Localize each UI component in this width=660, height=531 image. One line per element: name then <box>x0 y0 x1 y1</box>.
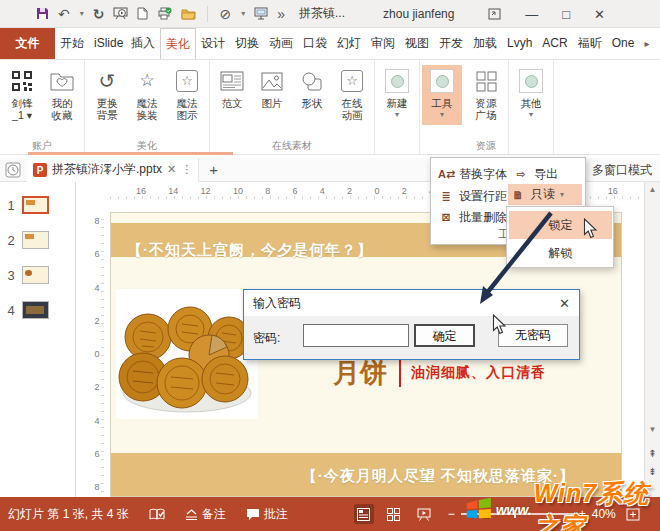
document-tab-menu-icon[interactable]: ⋮ <box>181 163 192 176</box>
ruler-mark: 16 <box>136 186 146 199</box>
close-button[interactable]: ✕ <box>594 7 605 22</box>
slideshow-screen-icon[interactable] <box>254 7 268 20</box>
document-lines-icon <box>220 65 244 97</box>
previous-slide-icon[interactable]: ⇞ <box>645 448 660 459</box>
restore-layout-icon[interactable] <box>488 8 501 20</box>
print-icon[interactable] <box>157 7 172 20</box>
dialog-close-icon[interactable]: ✕ <box>559 296 570 311</box>
spellcheck-button[interactable] <box>149 508 165 521</box>
slide-thumbnail-4[interactable] <box>22 301 49 319</box>
slide-thumb-row-2[interactable]: 2 <box>0 227 76 253</box>
maximize-button[interactable]: □ <box>562 7 570 22</box>
tab-insert[interactable]: 插入 <box>126 28 160 59</box>
slideshow-view-button[interactable] <box>414 504 434 524</box>
multi-window-mode-button[interactable]: 多窗口模式 <box>592 158 652 182</box>
mooncake-image[interactable] <box>116 289 258 419</box>
vertical-ruler: 864202468 <box>90 216 104 492</box>
slide-number: 3 <box>0 268 22 283</box>
tab-developer[interactable]: 开发 <box>434 28 468 59</box>
more-commands-icon[interactable]: » <box>277 7 285 21</box>
tab-beautify[interactable]: 美化 <box>160 28 196 59</box>
tab-file[interactable]: 文件 <box>0 28 55 59</box>
tab-onenote[interactable]: One <box>607 28 640 59</box>
normal-view-button[interactable] <box>354 504 374 524</box>
zoom-out-icon[interactable]: − <box>448 507 455 521</box>
tab-view[interactable]: 视图 <box>400 28 434 59</box>
menu-item-batch-delete[interactable]: ⊠ 批量删除 <box>436 207 509 228</box>
slide-thumbnail-2[interactable] <box>22 231 49 249</box>
tools-button[interactable]: 工具 ▾ <box>422 65 462 125</box>
undo-icon[interactable]: ↶ <box>58 7 70 21</box>
slide-thumb-row-4[interactable]: 4 <box>0 297 76 323</box>
zoom-level[interactable]: 40% <box>592 507 620 521</box>
template-text-button[interactable]: 范文 <box>212 65 252 109</box>
tab-acrobat[interactable]: ACR <box>537 28 572 59</box>
undo-caret-icon[interactable]: ▾ <box>80 9 84 18</box>
account-button[interactable]: 剑锋 _1 ▾ <box>2 65 42 121</box>
password-input[interactable] <box>303 324 409 347</box>
menu-item-replace-font[interactable]: A⇄ 替换字体 <box>436 164 509 185</box>
tab-foxit[interactable]: 福昕 <box>573 28 607 59</box>
next-slide-icon[interactable]: ⇟ <box>645 466 660 477</box>
comments-button[interactable]: 批注 <box>246 506 288 523</box>
tab-overflow-icon[interactable]: ▸ <box>639 28 654 59</box>
titlebar-username[interactable]: zhou jianfeng <box>383 7 454 21</box>
tab-review[interactable]: 审阅 <box>366 28 400 59</box>
vertical-scrollbar[interactable]: ▲ ▼ ⇞ ⇟ <box>644 182 660 497</box>
picture-button[interactable]: 图片 <box>252 65 292 109</box>
shapes-button[interactable]: 形状 <box>292 65 332 109</box>
tab-islide[interactable]: iSlide <box>89 28 126 59</box>
ok-button[interactable]: 确定 <box>414 324 475 347</box>
new-document-tab-icon[interactable]: + <box>209 161 218 178</box>
new-button[interactable]: 新建 ▾ <box>377 65 417 121</box>
dialog-titlebar[interactable]: 输入密码 ✕ <box>244 290 579 316</box>
magic-outfit-button[interactable]: ☆ 魔法 换装 <box>127 65 167 121</box>
notes-button[interactable]: 备注 <box>185 506 226 523</box>
tab-slideshow[interactable]: 幻灯 <box>332 28 366 59</box>
slide-sorter-view-button[interactable] <box>384 504 404 524</box>
zoom-in-icon[interactable]: + <box>579 507 586 521</box>
change-background-button[interactable]: ↺ 更换 背景 <box>87 65 127 121</box>
scroll-up-icon[interactable]: ▲ <box>645 185 660 194</box>
scroll-down-icon[interactable]: ▼ <box>645 425 660 434</box>
tab-lvyh[interactable]: Lvyh <box>502 28 537 59</box>
tab-animation[interactable]: 动画 <box>264 28 298 59</box>
new-document-icon[interactable] <box>137 7 148 20</box>
open-folder-icon[interactable] <box>181 8 196 20</box>
zoom-slider[interactable] <box>461 513 573 515</box>
save-icon[interactable] <box>36 7 49 20</box>
online-animation-button[interactable]: ☆ 在线 动画 <box>332 65 372 121</box>
submenu-item-unlock[interactable]: 解锁 <box>509 241 612 265</box>
slide-thumb-row-3[interactable]: 3 <box>0 262 76 288</box>
slide-number: 4 <box>0 303 22 318</box>
menu-item-export[interactable]: ⇨ 导出 <box>511 164 560 185</box>
slide-thumbnail-1[interactable] <box>22 196 49 214</box>
tab-transition[interactable]: 切换 <box>230 28 264 59</box>
my-favorites-button[interactable]: 我的 收藏 <box>42 65 82 121</box>
tab-design[interactable]: 设计 <box>196 28 230 59</box>
resource-market-button[interactable]: 资源 广场 <box>466 65 506 121</box>
zoom-slider-thumb[interactable] <box>483 509 489 519</box>
play-preview-icon[interactable] <box>113 7 128 20</box>
no-password-button[interactable]: 无密码 <box>498 324 568 347</box>
format-off-icon[interactable]: ⊘ <box>219 7 231 21</box>
minimize-button[interactable]: — <box>525 7 538 22</box>
menu-item-readonly[interactable]: 🗎 只读 ▾ <box>508 184 582 205</box>
menu-item-line-spacing[interactable]: ≣ 设置行距 <box>436 186 509 207</box>
tab-home[interactable]: 开始 <box>55 28 89 59</box>
format-off-caret-icon[interactable]: ▾ <box>241 9 245 18</box>
tab-addins[interactable]: 加载 <box>468 28 502 59</box>
tab-koudai[interactable]: 口袋 <box>298 28 332 59</box>
document-tab-active[interactable]: P 拼茶镇浒澪小学.pptx ✕ ⋮ <box>27 158 199 182</box>
slide-thumbnail-3[interactable] <box>22 266 49 284</box>
history-icon[interactable] <box>5 162 21 178</box>
redo-icon[interactable]: ↻ <box>93 7 105 21</box>
other-button[interactable]: 其他 ▾ <box>511 65 551 121</box>
titlebar-document-name[interactable]: 拼茶镇... <box>299 5 345 22</box>
ribbon-group-other: 其他 ▾ <box>509 60 554 154</box>
document-tab-close-icon[interactable]: ✕ <box>167 163 176 176</box>
shapes-label: 形状 <box>302 97 323 109</box>
fit-to-window-icon[interactable] <box>626 508 640 521</box>
magic-diagram-button[interactable]: ☆ 魔法 图示 <box>167 65 207 121</box>
slide-thumb-row-1[interactable]: 1 <box>0 192 76 218</box>
